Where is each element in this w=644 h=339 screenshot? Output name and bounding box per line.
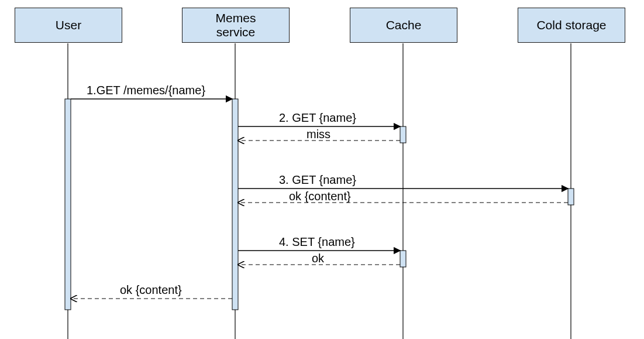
label-message-3-return: ok {content} [289, 190, 351, 203]
activation-memes [232, 99, 238, 310]
participant-cold: Cold storage [518, 8, 625, 43]
sequence-diagram: User Memes service Cache Cold storage 1.… [0, 0, 644, 339]
label-message-4: 4. SET {name} [279, 235, 355, 248]
label-message-final-return: ok {content} [120, 283, 182, 296]
label-message-1: 1.GET /memes/{name} [87, 84, 205, 97]
participant-memes: Memes service [182, 8, 290, 43]
activation-cache-1 [400, 126, 406, 143]
label-message-3: 3. GET {name} [279, 173, 356, 186]
diagram-lines [0, 0, 644, 339]
activation-cache-2 [400, 251, 406, 267]
label-message-4-return: ok [312, 252, 324, 265]
participant-user: User [15, 8, 122, 43]
participant-cache-label: Cache [386, 18, 422, 32]
label-message-2-return: miss [306, 128, 330, 141]
participant-user-label: User [56, 18, 81, 32]
participant-memes-label: Memes service [216, 11, 256, 39]
activation-user [65, 99, 71, 310]
label-message-2: 2. GET {name} [279, 111, 356, 124]
participant-cache: Cache [350, 8, 457, 43]
participant-cold-label: Cold storage [536, 18, 606, 32]
activation-cold [568, 189, 574, 205]
